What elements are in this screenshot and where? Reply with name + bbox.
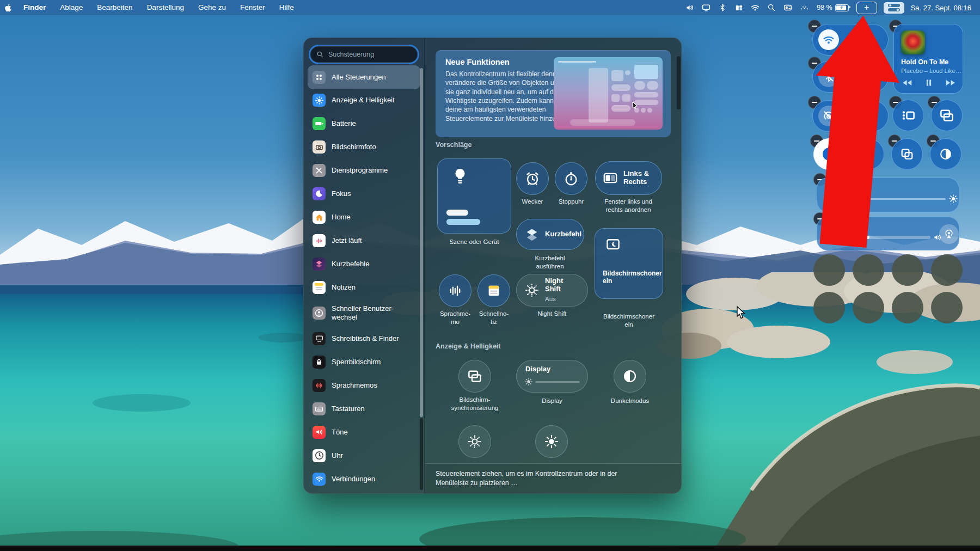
volume-icon[interactable] <box>682 0 698 15</box>
sidebar-item-bildschirmfoto[interactable]: Bildschirmfoto <box>308 140 420 154</box>
stage-manager-tile[interactable] <box>892 100 924 131</box>
wlan-icon <box>818 29 839 50</box>
search-icon[interactable] <box>763 0 780 15</box>
voice-memo-tile[interactable] <box>439 274 471 307</box>
screen-mirroring-tile[interactable] <box>931 100 963 131</box>
sidebar-item-anzeige-helligkeit[interactable]: Anzeige & Helligkeit <box>308 94 420 107</box>
control-center-icon[interactable] <box>884 2 904 14</box>
now-playing-tile[interactable]: Hold On To Me Placebo – Loud Like… <box>893 24 963 94</box>
sidebar-item-alle-steuerungen[interactable]: Alle Steuerungen <box>308 65 420 89</box>
wlan-tile[interactable] <box>812 24 889 56</box>
tile-links-rechts[interactable]: Links & Rechts <box>595 161 662 195</box>
bluetooth-icon[interactable] <box>714 0 731 15</box>
rewind-button[interactable] <box>901 77 913 89</box>
content-scrollbar[interactable] <box>677 56 681 109</box>
menu-item-ablage[interactable]: Ablage <box>53 0 90 15</box>
add-control-button[interactable]: + <box>856 2 877 14</box>
airdrop-state: Aus <box>844 118 855 124</box>
sound-slider-tile[interactable]: Ton <box>817 217 959 250</box>
empty-slot <box>892 292 923 323</box>
sidebar-item-home[interactable]: Home <box>308 211 420 224</box>
sidebar-scrollbar[interactable] <box>420 68 423 417</box>
empty-slot <box>813 254 845 286</box>
empty-slot <box>813 292 845 323</box>
true-tone-tile[interactable] <box>458 425 491 458</box>
pause-button[interactable] <box>923 77 934 88</box>
screensaver-caption: Bildschirmschoner ein <box>595 313 663 328</box>
sidebar-item-tastaturen[interactable]: Tastaturen <box>308 402 420 415</box>
menu-item-hilfe[interactable]: Hilfe <box>272 0 301 15</box>
menu-item-fenster[interactable]: Fenster <box>233 0 272 15</box>
display-slider-tile[interactable]: Display <box>817 177 959 212</box>
sidebar-item-verbindungen[interactable]: Verbindungen <box>308 473 420 486</box>
fast-forward-button[interactable] <box>945 77 957 89</box>
dots-icon[interactable] <box>796 0 812 15</box>
sidebar-scrollbar-track <box>420 418 423 490</box>
wifi-icon[interactable] <box>747 0 763 15</box>
tile-screensaver[interactable]: Bildschirmschoner ein <box>595 228 663 299</box>
sidebar-item-kurzbefehle[interactable]: Kurzbefehle <box>308 258 420 271</box>
moon-icon <box>313 187 326 200</box>
search-input[interactable] <box>327 50 406 59</box>
sidebar-item-label: Dienstprogramme <box>332 166 388 175</box>
dark-mode-tile[interactable] <box>614 360 646 393</box>
screen-sync-tile[interactable] <box>891 138 923 170</box>
mouse-cursor <box>736 306 747 319</box>
sidebar-item-dienstprogramme[interactable]: Dienstprogramme <box>308 164 420 177</box>
menu-item-darstellung[interactable]: Darstellung <box>140 0 191 15</box>
sidebar-item-uhr[interactable]: Uhr <box>308 449 420 462</box>
volume-track[interactable] <box>835 236 930 239</box>
suggestions-heading: Vorschläge <box>436 141 471 149</box>
user-icon <box>313 307 326 320</box>
alarm-tile[interactable] <box>516 162 549 195</box>
sidebar-item-benutzerwechsel[interactable]: Schneller Benutzer- wechsel <box>308 304 420 322</box>
tile-kurzbefehl[interactable]: Kurzbefehl <box>516 219 584 250</box>
airdrop-label: AirDrop <box>844 107 871 115</box>
sidebar-item-notizen[interactable]: Notizen <box>308 281 420 294</box>
keyboard-brightness-tile[interactable] <box>535 425 568 458</box>
sidebar-item-sperrbildschirm[interactable]: Sperrbildschirm <box>308 356 420 369</box>
airdrop-tile[interactable]: AirDrop Aus <box>812 100 889 132</box>
night-shift-icon <box>524 283 540 298</box>
dark-mode-toggle-tile[interactable] <box>813 138 845 170</box>
bluetooth-tile[interactable]: Bluetooth <box>812 61 889 93</box>
menu-item-finder[interactable]: Finder <box>16 0 53 15</box>
menu-item-gehe-zu[interactable]: Gehe zu <box>191 0 233 15</box>
battery-status[interactable]: 98 % ⚡ <box>812 4 853 11</box>
sidebar-item-schreibtisch-finder[interactable]: Schreibtisch & Finder <box>308 332 420 345</box>
screenshot-tile[interactable] <box>853 138 884 170</box>
search-field[interactable] <box>310 46 418 63</box>
screen-bottom-strip <box>0 546 980 551</box>
brightness-track[interactable] <box>836 198 946 200</box>
window-tiling-icon[interactable] <box>731 0 747 15</box>
input-source-icon[interactable] <box>780 0 796 15</box>
screen-sync-tile[interactable] <box>458 360 491 393</box>
contrast-tile[interactable] <box>930 138 961 170</box>
sidebar-item-jetzt-laeuft[interactable]: Jetzt läuft <box>308 234 420 247</box>
bulb-icon <box>451 167 469 185</box>
sidebar-item-label: Uhr <box>332 451 343 460</box>
empty-slot <box>931 254 963 286</box>
sidebar-item-batterie[interactable]: Batterie <box>308 117 420 130</box>
sidebar-item-fokus[interactable]: Fokus <box>308 187 420 200</box>
menu-bar-clock[interactable]: Sa. 27. Sept. 08:16 <box>908 4 975 12</box>
voice-memo-caption: Sprachme- mo <box>433 310 477 326</box>
sidebar-item-label: Schneller Benutzer- wechsel <box>332 304 394 322</box>
display-slider-tile[interactable]: Display <box>516 360 588 393</box>
menu-item-bearbeiten[interactable]: Bearbeiten <box>90 0 139 15</box>
scene-device-tile[interactable] <box>437 158 511 234</box>
apple-logo-icon[interactable] <box>0 0 16 15</box>
sidebar-item-toene[interactable]: Töne <box>308 426 420 439</box>
airplay-icon[interactable] <box>939 224 959 244</box>
stopwatch-tile[interactable] <box>555 162 587 195</box>
brightness-track[interactable] <box>535 381 580 383</box>
speaker-icon <box>313 426 326 439</box>
new-features-illustration <box>554 57 663 130</box>
tile-night-shift[interactable]: Night Shift Aus <box>516 274 588 307</box>
quick-note-tile[interactable] <box>477 274 510 307</box>
panel-divider <box>424 38 425 494</box>
sidebar-item-sprachmemos[interactable]: Sprachmemos <box>308 379 420 392</box>
display-icon[interactable] <box>698 0 714 15</box>
brightness-max-icon <box>948 194 958 204</box>
shortcuts-icon <box>313 258 326 271</box>
